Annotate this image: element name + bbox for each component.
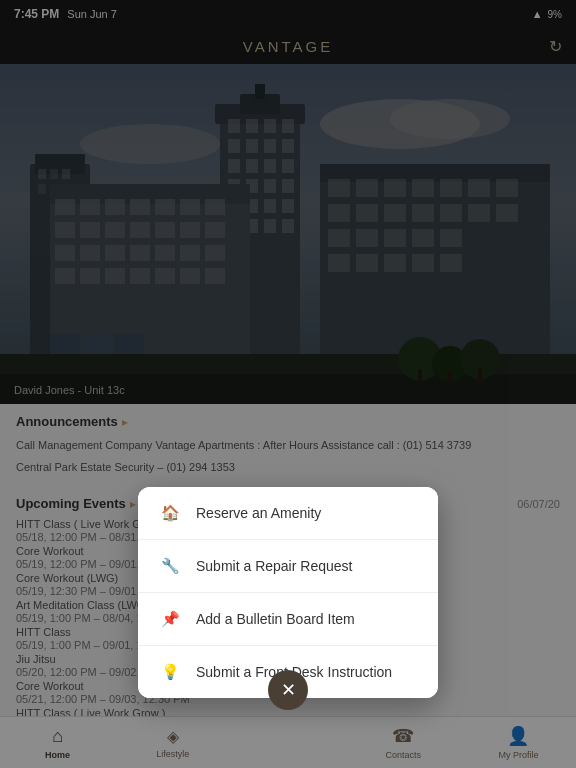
popup-item-repair-request[interactable]: 🔧Submit a Repair Request	[138, 540, 438, 593]
popup-repair-request-label: Submit a Repair Request	[196, 558, 352, 574]
popup-reserve-amenity-label: Reserve an Amenity	[196, 505, 321, 521]
popup-reserve-amenity-icon: 🏠	[158, 501, 182, 525]
popup-item-bulletin-board[interactable]: 📌Add a Bulletin Board Item	[138, 593, 438, 646]
popup-front-desk-icon: 💡	[158, 660, 182, 684]
popup-repair-request-icon: 🔧	[158, 554, 182, 578]
close-button[interactable]: ✕	[268, 670, 308, 710]
popup-bulletin-board-icon: 📌	[158, 607, 182, 631]
popup-menu: 🏠Reserve an Amenity🔧Submit a Repair Requ…	[138, 487, 438, 698]
popup-bulletin-board-label: Add a Bulletin Board Item	[196, 611, 355, 627]
popup-item-reserve-amenity[interactable]: 🏠Reserve an Amenity	[138, 487, 438, 540]
